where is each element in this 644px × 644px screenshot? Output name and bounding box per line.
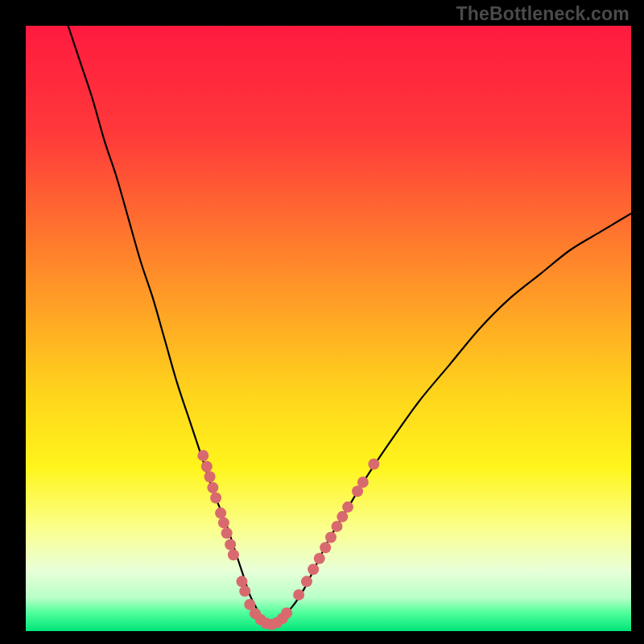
watermark-label: TheBottleneck.com	[456, 3, 630, 25]
chart-frame: TheBottleneck.com	[0, 0, 644, 644]
plot-area	[26, 26, 631, 631]
svg-rect-0	[26, 26, 631, 631]
background-gradient	[26, 26, 631, 631]
